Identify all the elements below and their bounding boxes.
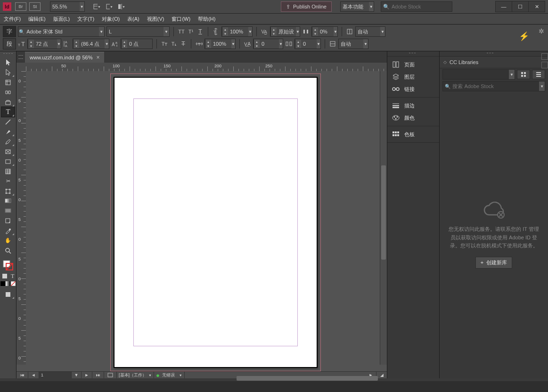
- arrange-documents-icon[interactable]: ▼: [118, 3, 125, 10]
- page-tool[interactable]: [1, 77, 15, 87]
- quick-apply-icon[interactable]: ⚡: [519, 31, 529, 41]
- bridge-button[interactable]: Br: [15, 2, 26, 11]
- gradient-feather-tool[interactable]: [1, 206, 15, 216]
- view-mode-button[interactable]: [1, 289, 15, 299]
- view-options-icon[interactable]: ▼: [93, 3, 101, 10]
- menu-table[interactable]: 表(A): [127, 16, 139, 23]
- font-size-input[interactable]: ▲▼ 72 点 ▼: [27, 39, 61, 49]
- layers-panel-button[interactable]: 图层: [387, 71, 439, 83]
- page-dropdown-icon[interactable]: ▼: [72, 372, 82, 378]
- menu-object[interactable]: 对象(O): [102, 16, 120, 23]
- ruler-origin[interactable]: [16, 63, 26, 72]
- language-dropdown[interactable]: 自动 ▼: [355, 26, 385, 37]
- tab-grip-icon[interactable]: [18, 55, 23, 59]
- zoom-tool[interactable]: [1, 245, 15, 255]
- type-tool[interactable]: T: [1, 107, 15, 117]
- font-style-dropdown[interactable]: L ▼: [106, 26, 170, 37]
- stock-search[interactable]: 🔍: [381, 1, 452, 12]
- character-mode-button[interactable]: 字: [3, 26, 16, 37]
- last-page-icon[interactable]: ⏭: [92, 372, 104, 378]
- links-panel-button[interactable]: 链接: [387, 83, 439, 95]
- line-tool[interactable]: [1, 117, 15, 127]
- strikethrough-icon[interactable]: T: [180, 40, 187, 48]
- size-grip-icon[interactable]: ◢: [376, 372, 387, 378]
- panel-menu-icon[interactable]: ✲: [539, 27, 544, 35]
- note-tool[interactable]: [1, 216, 15, 226]
- table-tool[interactable]: [1, 166, 15, 176]
- first-page-icon[interactable]: ⏮: [16, 372, 28, 378]
- kerning-dropdown[interactable]: ▲▼ 原始设 ▼: [270, 26, 300, 37]
- aki-input[interactable]: ▲▼ 0 ▼: [294, 39, 321, 49]
- vertical-scale-input[interactable]: ▲▼ 100% ▼: [221, 26, 253, 37]
- cc-libraries-header[interactable]: ◇ CC Libraries: [440, 57, 548, 68]
- font-family-dropdown[interactable]: 🔍 Adobe 宋体 Std ▼: [18, 26, 105, 37]
- preflight-status[interactable]: ●无错误▼: [154, 372, 185, 378]
- panel-dock-button[interactable]: [541, 62, 548, 68]
- create-new-library-button[interactable]: +创建新库: [475, 257, 512, 269]
- zoom-level-dropdown[interactable]: 55.5% ▼: [50, 1, 85, 12]
- menu-layout[interactable]: 版面(L): [53, 16, 70, 23]
- subscript-icon[interactable]: T₁: [170, 40, 178, 48]
- all-caps-icon[interactable]: TT: [178, 28, 185, 35]
- panel-grip[interactable]: [440, 51, 548, 57]
- minimize-button[interactable]: —: [495, 1, 512, 12]
- menu-type[interactable]: 文字(T): [77, 16, 94, 23]
- publish-online-button[interactable]: ⇪ Publish Online: [281, 1, 332, 12]
- direct-selection-tool[interactable]: [1, 67, 15, 77]
- horizontal-scale-input[interactable]: ▲▼ 100% ▼: [204, 39, 236, 49]
- pencil-tool[interactable]: [1, 137, 15, 147]
- stepper-up-icon[interactable]: ▲: [222, 27, 228, 32]
- dock-grip[interactable]: [387, 51, 439, 57]
- panel-menu-button[interactable]: [541, 53, 548, 60]
- underline-icon[interactable]: T: [196, 28, 204, 35]
- grid-view-button[interactable]: [517, 70, 530, 79]
- leading-input[interactable]: ▲▼ (86.4 点 ▼: [73, 39, 109, 49]
- stock-search-input[interactable]: [390, 4, 452, 9]
- scrollbar-thumb[interactable]: [381, 165, 386, 260]
- panel-collapse-icon[interactable]: ◇: [443, 60, 447, 65]
- pen-tool[interactable]: [1, 127, 15, 137]
- next-page-icon[interactable]: ►: [82, 372, 92, 378]
- selection-tool[interactable]: [1, 57, 15, 67]
- vertical-scrollbar[interactable]: [380, 71, 387, 365]
- library-search[interactable]: 🔍 ▼: [442, 81, 545, 91]
- open-master-icon[interactable]: [104, 372, 117, 378]
- workspace-dropdown[interactable]: 基本功能 ▼: [340, 1, 374, 12]
- prev-page-icon[interactable]: ◄: [28, 372, 39, 378]
- stepper-down-icon[interactable]: ▼: [222, 32, 228, 36]
- baseline-shift-input[interactable]: ▲▼ 0 点: [121, 39, 153, 49]
- rectangle-tool[interactable]: [1, 156, 15, 166]
- maximize-button[interactable]: ☐: [512, 1, 529, 12]
- rectangle-frame-tool[interactable]: [1, 147, 15, 156]
- language2-dropdown[interactable]: 自动 ▼: [338, 39, 368, 49]
- content-collector-tool[interactable]: [1, 97, 15, 107]
- paragraph-mode-button[interactable]: 段: [3, 38, 16, 49]
- superscript-icon[interactable]: T¹: [187, 28, 195, 35]
- stroke-panel-button[interactable]: 描边: [387, 99, 439, 112]
- gradient-swatch-tool[interactable]: [1, 196, 15, 206]
- library-selector-dropdown[interactable]: ▼: [442, 69, 515, 80]
- hand-tool[interactable]: ✋: [1, 236, 15, 245]
- fill-stroke-proxy[interactable]: [0, 258, 16, 272]
- apply-color-buttons[interactable]: [0, 280, 16, 287]
- gap-tool[interactable]: [1, 87, 15, 97]
- pages-panel-button[interactable]: 页面: [387, 58, 439, 71]
- document-tab[interactable]: www.uzzf.com.indd @ 56% ×: [25, 52, 104, 63]
- free-transform-tool[interactable]: [1, 186, 15, 196]
- library-search-input[interactable]: [450, 83, 539, 89]
- tracking-input[interactable]: ▲▼ 0 ▼: [253, 39, 283, 49]
- scrollbar-thumb[interactable]: [237, 376, 378, 381]
- swatches-panel-button[interactable]: 色板: [387, 128, 439, 140]
- menu-view[interactable]: 视图(V): [147, 16, 164, 23]
- formatting-affects-toggle[interactable]: T: [0, 272, 16, 280]
- horizontal-ruler[interactable]: 50100150200250: [26, 63, 387, 72]
- page-number-field[interactable]: 1: [39, 372, 72, 378]
- vertical-ruler[interactable]: 0505050505050503: [16, 71, 26, 365]
- tsume-input[interactable]: ▲▼ 0% ▼: [311, 26, 338, 37]
- color-panel-button[interactable]: 颜色: [387, 112, 439, 124]
- panel-grip-icon[interactable]: [3, 53, 13, 56]
- preflight-profile-dropdown[interactable]: [基本]（工作） ▼: [117, 372, 154, 378]
- pasteboard[interactable]: [26, 71, 380, 365]
- close-tab-icon[interactable]: ×: [96, 54, 99, 61]
- menu-edit[interactable]: 编辑(E): [28, 16, 46, 23]
